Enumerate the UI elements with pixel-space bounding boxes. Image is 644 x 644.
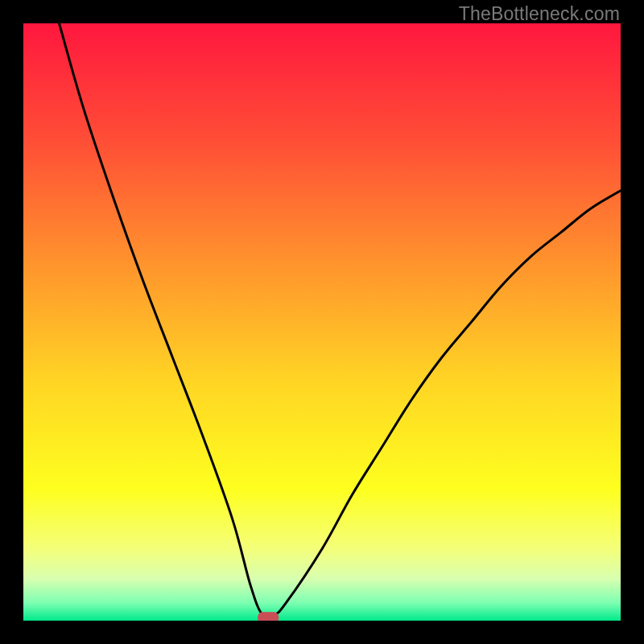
optimum-marker	[258, 612, 279, 621]
chart-frame: TheBottleneck.com	[0, 0, 644, 644]
gradient-background	[23, 23, 621, 621]
watermark-text: TheBottleneck.com	[459, 3, 620, 25]
chart-svg	[23, 23, 621, 621]
plot-area	[23, 23, 621, 621]
